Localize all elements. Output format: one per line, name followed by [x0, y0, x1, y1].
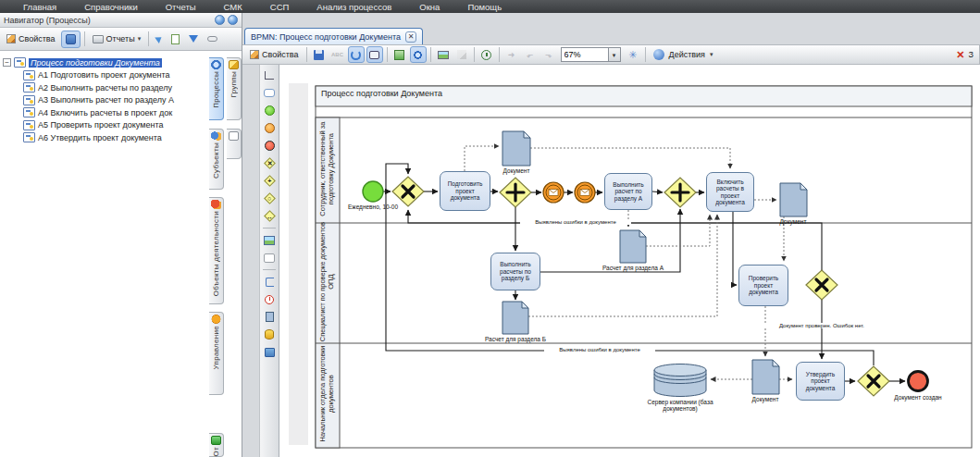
picture-tool[interactable] [262, 233, 277, 247]
picture-icon [438, 51, 449, 59]
history-button[interactable] [478, 46, 495, 63]
menu-item-smk[interactable]: СМК [210, 2, 256, 12]
process-diagram-icon [23, 70, 35, 80]
separator [306, 47, 307, 62]
task-include-calcs[interactable]: Включить расчеты в проект документа [706, 172, 754, 212]
chain-icon [207, 36, 217, 42]
refresh-diagram-button[interactable]: ✳ [625, 46, 641, 63]
tree-item-a5[interactable]: A5 Проверить проект документа [3, 119, 206, 132]
diagram-canvas[interactable]: Процесс подготовки Документа Сотрудник, … [279, 65, 980, 457]
document-bottom[interactable] [752, 360, 779, 394]
tree-item-a6[interactable]: A6 Утвердить проект документа [3, 131, 206, 144]
menu-item-process-analysis[interactable]: Анализ процессов [303, 2, 405, 12]
document-calc-b[interactable] [502, 302, 528, 334]
annotation-tool[interactable] [262, 275, 277, 289]
orgchart-tool[interactable] [262, 345, 277, 359]
end-event-tool[interactable] [262, 139, 277, 153]
group-tool[interactable] [262, 251, 277, 265]
menu-item-reports[interactable]: Отчеты [152, 2, 210, 12]
export-image-button[interactable] [391, 46, 408, 63]
gateway-dots-icon: ‥ [264, 210, 276, 222]
tab-management[interactable]: Управление [209, 312, 224, 395]
pan-mode-button[interactable] [410, 46, 427, 63]
panel-close-icon[interactable] [228, 15, 238, 25]
abc-icon: ABC [331, 52, 343, 57]
lane-label-1: Сотрудник, ответственный за подготовку Д… [319, 117, 335, 222]
go-down-button[interactable]: ⬎ [540, 46, 557, 63]
save-button[interactable] [311, 46, 328, 63]
tab-reports-bottom[interactable]: От [209, 433, 224, 457]
navigator-toolbar: Свойства Отчеты ▾ [0, 28, 242, 51]
collapse-icon[interactable]: − [3, 58, 11, 67]
message-receive-event[interactable] [575, 182, 595, 203]
format-painter-button[interactable] [453, 46, 470, 63]
tree-item-a3[interactable]: A3 Выполнить расчет по разделу А [3, 94, 206, 107]
menu-item-windows[interactable]: Окна [405, 2, 453, 12]
document-tool[interactable] [262, 310, 277, 324]
refresh-tree-button[interactable] [167, 31, 183, 48]
diagram-properties-button[interactable]: Свойства [246, 46, 303, 64]
insert-picture-button[interactable] [435, 46, 452, 63]
message-send-event[interactable] [543, 182, 564, 203]
go-up-button[interactable]: ⬐ [522, 46, 539, 63]
connector-tool[interactable] [262, 68, 277, 82]
document-right[interactable] [780, 183, 807, 216]
reports-button[interactable]: Отчеты ▾ [89, 31, 145, 48]
gateway-plus-icon: + [264, 175, 276, 187]
inclusive-gateway-tool[interactable]: ○ [262, 191, 277, 205]
parallel-gateway-tool[interactable]: + [262, 174, 277, 188]
tab-documents[interactable] [227, 129, 242, 159]
filter-button[interactable] [185, 31, 202, 48]
tab-processes[interactable]: Процессы [209, 57, 224, 120]
end-event[interactable] [909, 372, 928, 391]
menu-item-help[interactable]: Помощь [453, 2, 515, 12]
datastore-cylinder[interactable] [654, 364, 706, 397]
auto-layout-button[interactable] [348, 46, 365, 63]
picture-icon [264, 236, 275, 245]
forward-arrow-icon: ➜ [508, 50, 515, 59]
tab-activity-objects[interactable]: Объекты деятельности [209, 197, 224, 304]
document-calc-a[interactable] [620, 230, 646, 263]
tab-close-icon[interactable]: ✕ [405, 31, 416, 43]
timer-event-tool[interactable] [262, 292, 277, 306]
task-tool[interactable] [262, 86, 277, 100]
tab-groups[interactable]: Группы [227, 57, 242, 120]
tab-bpmn-diagram[interactable]: BPMN: Процесс подготовки Документа ✕ [244, 28, 423, 44]
properties-button[interactable]: Свойства [3, 31, 59, 48]
connector-icon [265, 71, 274, 80]
link-button[interactable] [204, 31, 221, 48]
tree-item-a4[interactable]: A4 Включить расчеты в проект док [3, 106, 206, 119]
panel-pin-icon[interactable] [215, 15, 225, 25]
document-top[interactable] [502, 131, 530, 166]
image-export-icon [394, 50, 404, 60]
spellcheck-button[interactable]: ABC [329, 46, 346, 63]
zoom-input[interactable] [561, 47, 609, 62]
go-to-button[interactable] [153, 31, 166, 48]
forward-button[interactable]: ➜ [503, 46, 520, 63]
rotate-arrows-icon [351, 50, 361, 60]
pin-window-button[interactable] [61, 31, 81, 48]
tree-item-a1[interactable]: A1 Подготовить проект документа [3, 69, 206, 82]
task-prepare-draft[interactable]: Подготовить проект документа [440, 171, 490, 211]
tree-root-process[interactable]: − Процесс подготовки Документа [3, 56, 206, 69]
datastore-tool[interactable] [262, 327, 277, 341]
tab-subjects[interactable]: Субъекты [209, 129, 224, 190]
menu-item-main[interactable]: Главная [9, 2, 70, 12]
zoom-dropdown-icon[interactable]: ▾ [609, 47, 621, 62]
task-calc-section-a[interactable]: Выполнить расчет по разделу А [604, 173, 652, 210]
intermediate-event-tool[interactable] [262, 121, 277, 135]
complex-gateway-tool[interactable]: ‥ [262, 209, 277, 223]
down-level-icon: ⬎ [545, 50, 552, 59]
start-event[interactable] [363, 181, 383, 202]
tree-item-a2[interactable]: A2 Выполнить расчеты по разделу [3, 81, 206, 94]
start-event-tool[interactable] [262, 104, 277, 117]
exclusive-gateway-tool[interactable]: ✕ [262, 156, 277, 170]
menu-item-ssp[interactable]: ССП [256, 2, 304, 12]
close-editor-button[interactable]: ✕ З [956, 49, 975, 61]
menu-item-references[interactable]: Справочники [70, 2, 152, 12]
task-calc-section-b[interactable]: Выполнить расчеты по разделу Б [490, 253, 540, 290]
snapshot-button[interactable] [366, 46, 383, 63]
task-check-draft[interactable]: Проверить проект документа [738, 265, 788, 306]
actions-button[interactable]: Действия ▾ [650, 46, 717, 64]
task-approve-draft[interactable]: Утвердить проект документа [796, 362, 845, 401]
